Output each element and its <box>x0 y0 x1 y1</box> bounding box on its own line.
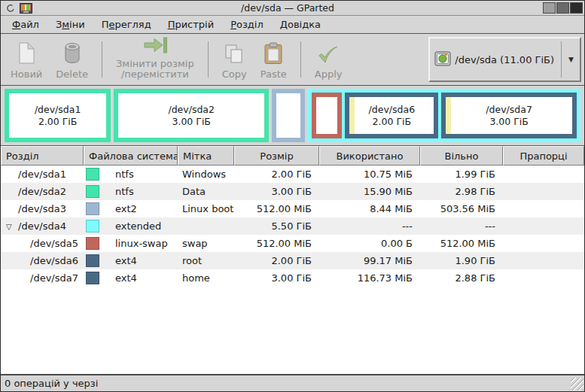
partition-segment-sda4-extended[interactable]: /dev/sda6 2.00 ГіБ /dev/sda7 3.00 ГіБ <box>308 89 580 142</box>
filesystem-color-swatch <box>86 185 99 198</box>
table-row-sda3[interactable]: /dev/sda3 ext2 Linux boot 512.00 МіБ 8.4… <box>1 200 584 217</box>
column-header-partition[interactable]: Розділ <box>1 146 84 166</box>
checkmark-icon <box>317 45 340 67</box>
device-selector[interactable]: /dev/sda (11.00 ГіБ) ▼ <box>428 37 581 82</box>
chevron-down-icon: ▼ <box>565 56 577 63</box>
maximize-button[interactable] <box>556 2 569 14</box>
column-header-flags[interactable]: Прапорці <box>503 146 584 166</box>
toolbar: Новий Delete Змінити розмір /перемістити… <box>1 34 584 86</box>
filesystem-color-swatch <box>86 220 99 232</box>
filesystem-color-swatch <box>86 254 99 267</box>
column-header-used[interactable]: Використано <box>319 146 420 166</box>
close-button[interactable] <box>570 2 583 14</box>
column-header-size[interactable]: Розмір <box>234 146 319 166</box>
table-header: Розділ Файлова система Мітка Розмір Вико… <box>1 146 584 166</box>
filesystem-color-swatch <box>86 272 99 284</box>
table-row-sda5[interactable]: /dev/sda5 linux-swap swap 512.00 МіБ 0.0… <box>1 235 584 252</box>
toolbar-separator <box>300 41 301 77</box>
new-document-icon <box>17 42 36 67</box>
apply-button[interactable]: Apply <box>308 35 349 84</box>
trash-icon <box>63 42 81 67</box>
menu-device[interactable]: Пристрій <box>161 17 221 32</box>
copy-button[interactable]: Copy <box>215 35 254 84</box>
filesystem-color-swatch <box>86 168 99 181</box>
menu-partition[interactable]: Розділ <box>224 17 270 32</box>
new-partition-button[interactable]: Новий <box>4 35 49 84</box>
expander-icon[interactable]: ▽ <box>6 222 12 230</box>
table-row-sda2[interactable]: /dev/sda2 ntfs Data 3.00 ГіБ 15.90 МіБ 2… <box>1 183 584 200</box>
resize-arrow-icon <box>142 36 168 56</box>
table-row-sda1[interactable]: /dev/sda1 ntfs Windows 2.00 ГіБ 10.75 Мі… <box>1 166 584 183</box>
clipboard-paste-icon <box>264 42 283 67</box>
menu-view[interactable]: Перегляд <box>95 17 158 32</box>
window-menu-swirl-icon[interactable] <box>4 2 17 14</box>
device-selector-value: /dev/sda (11.00 ГіБ) <box>455 54 554 65</box>
partition-segment-sda5[interactable] <box>312 93 342 138</box>
menubar: Файл Зміни Перегляд Пристрій Розділ Дові… <box>1 16 584 34</box>
paste-button[interactable]: Paste <box>254 35 294 84</box>
toolbar-separator <box>102 41 102 77</box>
pending-operations-status: 0 операцій у черзі <box>5 378 98 389</box>
delete-partition-button[interactable]: Delete <box>49 35 95 84</box>
window-title: /dev/sda — GParted <box>32 2 543 14</box>
menu-help[interactable]: Довідка <box>273 17 328 32</box>
statusbar: 0 операцій у черзі <box>1 374 584 391</box>
column-header-free[interactable]: Вільно <box>420 146 503 166</box>
partition-segment-sda7[interactable]: /dev/sda7 3.00 ГіБ <box>441 93 577 138</box>
harddisk-icon <box>434 50 451 69</box>
partition-segment-sda6[interactable]: /dev/sda6 2.00 ГіБ <box>345 93 438 138</box>
minimize-button[interactable] <box>543 2 556 14</box>
partition-visual-panel: /dev/sda1 2.00 ГіБ /dev/sda2 3.00 ГіБ /d… <box>1 86 584 146</box>
partition-table: /dev/sda1 ntfs Windows 2.00 ГіБ 10.75 Мі… <box>1 166 584 374</box>
partition-segment-sda3[interactable] <box>272 89 305 142</box>
column-header-filesystem[interactable]: Файлова система <box>84 146 178 166</box>
copy-icon <box>224 44 245 67</box>
filesystem-color-swatch <box>86 237 99 250</box>
toolbar-separator <box>208 41 209 77</box>
table-row-sda4[interactable]: ▽/dev/sda4 extended 5.50 ГіБ --- --- <box>1 217 584 235</box>
used-space-indicator <box>446 97 451 134</box>
table-row-sda7[interactable]: /dev/sda7 ext4 home 3.00 ГіБ 116.73 МіБ … <box>1 269 584 287</box>
resize-grip[interactable] <box>571 378 583 390</box>
menu-edit[interactable]: Зміни <box>49 17 92 32</box>
table-row-sda6[interactable]: /dev/sda6 ext4 root 2.00 ГіБ 99.17 МіБ 1… <box>1 252 584 269</box>
filesystem-color-swatch <box>86 202 99 215</box>
gparted-window: /dev/sda — GParted Файл Зміни Перегляд П… <box>0 0 585 392</box>
used-space-indicator <box>349 97 355 134</box>
partition-segment-sda1[interactable]: /dev/sda1 2.00 ГіБ <box>5 89 111 142</box>
partition-segment-sda2[interactable]: /dev/sda2 3.00 ГіБ <box>114 89 269 142</box>
partition-visual-bar: /dev/sda1 2.00 ГіБ /dev/sda2 3.00 ГіБ /d… <box>5 89 580 142</box>
resize-move-button[interactable]: Змінити розмір /перемістити <box>109 35 201 84</box>
column-header-label[interactable]: Мітка <box>178 146 234 166</box>
gparted-app-icon <box>19 2 32 14</box>
menu-file[interactable]: Файл <box>5 17 46 32</box>
titlebar: /dev/sda — GParted <box>1 1 584 16</box>
